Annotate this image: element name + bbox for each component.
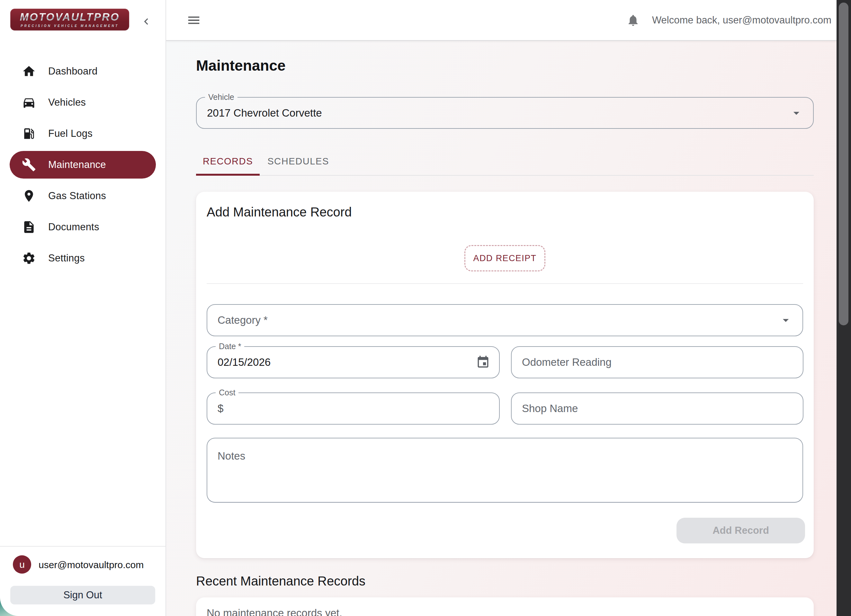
dropdown-arrow-icon (779, 313, 793, 327)
sidebar-item-dashboard[interactable]: Dashboard (10, 57, 156, 85)
sidebar-item-label: Vehicles (48, 97, 86, 108)
notifications-bell-icon[interactable] (626, 13, 640, 27)
tab-schedules[interactable]: SCHEDULES (260, 155, 337, 175)
app-window: MOTOVAULTPRO PRECISION VEHICLE MANAGEMEN… (0, 0, 851, 616)
document-icon (22, 220, 36, 234)
hamburger-menu-icon (186, 13, 201, 28)
user-email: user@motovaultpro.com (39, 559, 144, 570)
recent-records-card: No maintenance records yet. (196, 597, 814, 616)
sidebar-item-label: Gas Stations (48, 190, 106, 202)
tab-bar: RECORDS SCHEDULES (196, 155, 814, 176)
topbar-right-group: Welcome back, user@motovaultpro.com (626, 0, 831, 40)
sidebar-item-vehicles[interactable]: Vehicles (10, 88, 156, 116)
home-icon (22, 64, 36, 78)
sidebar-item-fuel-logs[interactable]: Fuel Logs (10, 120, 156, 147)
sidebar-item-gas-stations[interactable]: Gas Stations (10, 182, 156, 210)
app-logo: MOTOVAULTPRO PRECISION VEHICLE MANAGEMEN… (10, 9, 129, 30)
add-receipt-button[interactable]: ADD RECEIPT (465, 245, 545, 271)
date-field: Date * (207, 346, 500, 378)
avatar: u (13, 555, 31, 574)
page-title: Maintenance (196, 57, 286, 74)
hamburger-menu-button[interactable] (186, 13, 201, 28)
sign-out-button[interactable]: Sign Out (10, 586, 155, 604)
cost-input[interactable] (207, 393, 499, 424)
logo-subtitle: PRECISION VEHICLE MANAGEMENT (21, 24, 119, 28)
dropdown-arrow-icon (789, 106, 803, 120)
add-maintenance-record-card: Add Maintenance Record ADD RECEIPT Categ… (196, 192, 814, 558)
form-title: Add Maintenance Record (207, 205, 352, 219)
sidebar-item-label: Fuel Logs (48, 128, 93, 139)
sidebar-item-label: Documents (48, 221, 99, 233)
sidebar-item-settings[interactable]: Settings (10, 244, 156, 272)
car-icon (22, 95, 36, 109)
category-select-label: Category * (218, 305, 268, 336)
records-empty-text: No maintenance records yet. (207, 607, 342, 616)
sidebar-item-label: Dashboard (48, 66, 98, 77)
odometer-field (511, 346, 803, 378)
scrollbar-thumb[interactable] (839, 3, 848, 325)
welcome-message: Welcome back, user@motovaultpro.com (652, 15, 831, 26)
top-bar: Welcome back, user@motovaultpro.com (166, 0, 836, 41)
sidebar-item-label: Settings (48, 252, 85, 264)
notes-textarea[interactable] (207, 438, 803, 502)
vehicle-select[interactable]: Vehicle 2017 Chevrolet Corvette (196, 97, 814, 129)
fuel-pump-icon (22, 127, 36, 141)
logo-title: MOTOVAULTPRO (20, 12, 120, 22)
notes-field (207, 438, 803, 503)
category-select[interactable]: Category * (207, 304, 803, 336)
active-tab-indicator (196, 174, 260, 176)
sidebar-item-maintenance[interactable]: Maintenance (10, 151, 156, 178)
location-pin-icon (22, 189, 36, 203)
recent-records-title: Recent Maintenance Records (196, 574, 365, 588)
cost-field: Cost $ (207, 393, 500, 424)
sidebar-nav: Dashboard Vehicles Fuel Logs Maintenance (0, 57, 166, 276)
tab-label: SCHEDULES (268, 156, 329, 167)
sidebar-collapse-button[interactable] (139, 14, 153, 29)
calendar-icon[interactable] (476, 355, 490, 369)
chevron-left-icon (140, 15, 153, 28)
wrench-icon (22, 158, 36, 172)
shop-name-field (511, 393, 803, 424)
page-scrollbar (836, 0, 851, 616)
sidebar-item-label: Maintenance (48, 159, 106, 171)
add-record-button[interactable]: Add Record (677, 518, 805, 543)
vehicle-select-value: 2017 Chevrolet Corvette (207, 97, 322, 128)
form-divider (207, 283, 803, 284)
sidebar-footer: u user@motovaultpro.com Sign Out (0, 546, 166, 547)
main-content: Maintenance Vehicle 2017 Chevrolet Corve… (166, 41, 836, 616)
date-input[interactable] (207, 347, 499, 378)
sidebar: MOTOVAULTPRO PRECISION VEHICLE MANAGEMEN… (0, 0, 166, 616)
odometer-input[interactable] (512, 347, 803, 378)
tab-records[interactable]: RECORDS (196, 155, 260, 175)
shop-name-input[interactable] (512, 393, 803, 424)
gear-icon (22, 251, 36, 265)
sidebar-item-documents[interactable]: Documents (10, 213, 156, 241)
tab-label: RECORDS (203, 156, 253, 167)
